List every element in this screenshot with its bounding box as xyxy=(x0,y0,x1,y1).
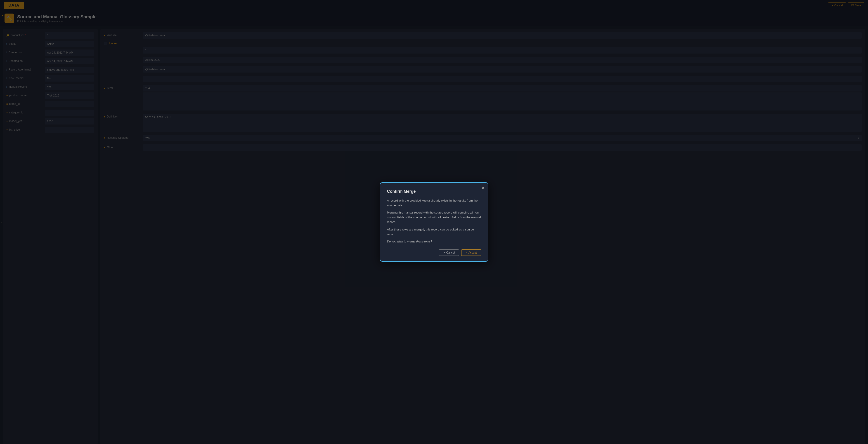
modal-line2: Merging this manual record with the sour… xyxy=(387,210,481,225)
confirm-merge-modal: ✕ Confirm Merge A record with the provid… xyxy=(380,182,488,262)
modal-overlay[interactable]: ✕ Confirm Merge A record with the provid… xyxy=(0,0,868,444)
modal-title: Confirm Merge xyxy=(387,189,481,194)
modal-accept-button[interactable]: ✓ Accept xyxy=(461,249,481,256)
modal-line1: A record with the provided key(s) alread… xyxy=(387,198,481,208)
modal-close-button[interactable]: ✕ xyxy=(482,185,485,191)
modal-cancel-button[interactable]: ✕ Cancel xyxy=(439,249,459,256)
modal-actions: ✕ Cancel ✓ Accept xyxy=(387,249,481,256)
modal-line4: Do you wish to merge these rows? xyxy=(387,239,481,244)
modal-line3: After these rows are merged, this record… xyxy=(387,227,481,237)
modal-body: A record with the provided key(s) alread… xyxy=(387,198,481,244)
